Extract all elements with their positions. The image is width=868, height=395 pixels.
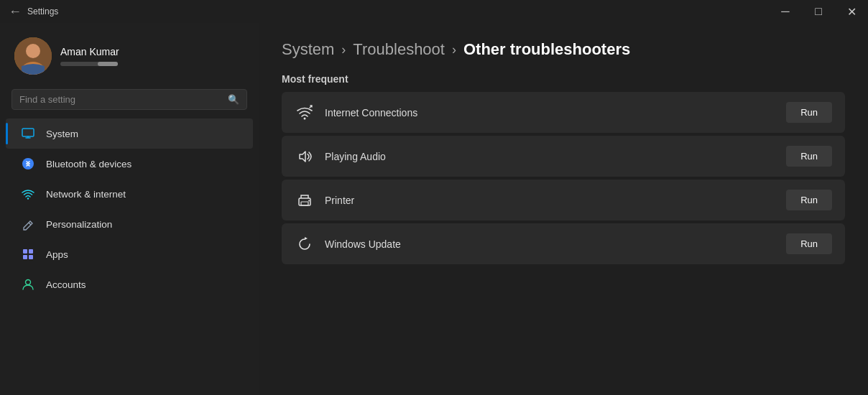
svg-rect-8 [23,255,27,259]
troubleshooter-audio: Playing Audio Run [282,136,845,177]
breadcrumb-other-troubleshooters: Other troubleshooters [463,40,630,59]
sidebar-item-accounts[interactable]: Accounts [6,269,253,299]
search-input[interactable] [19,94,222,105]
profile-progress-bar [60,62,118,66]
search-box: 🔍 [11,89,247,110]
profile-name: Aman Kumar [60,46,119,57]
audio-label: Playing Audio [325,151,386,162]
back-button[interactable]: ← [9,5,22,18]
troubleshooter-internet-left: Internet Connections [295,103,417,123]
update-label: Windows Update [325,238,401,250]
avatar-svg [14,37,52,75]
sidebar-item-bluetooth[interactable]: Bluetooth & devices [6,149,253,179]
printer-run-button[interactable]: Run [786,190,832,210]
bluetooth-icon [20,156,36,172]
sidebar-label-accounts: Accounts [46,279,86,290]
avatar [14,37,52,75]
svg-rect-7 [29,249,33,254]
network-icon [20,186,36,202]
titlebar-title: Settings [27,6,58,17]
svg-rect-6 [23,249,27,254]
svg-point-4 [22,158,34,169]
titlebar-left: ← Settings [9,5,58,18]
breadcrumb-system: System [282,40,334,59]
troubleshooter-printer: Printer Run [282,180,845,220]
personalization-icon [20,216,36,232]
avatar-image [14,37,52,75]
svg-point-14 [308,200,310,201]
update-run-button[interactable]: Run [786,233,832,254]
internet-label: Internet Connections [325,107,417,118]
audio-run-button[interactable]: Run [786,146,832,167]
breadcrumb-troubleshoot: Troubleshoot [353,40,445,59]
content-area: System › Troubleshoot › Other troublesho… [259,23,868,395]
breadcrumb-sep-2: › [452,42,456,57]
svg-rect-3 [22,129,34,136]
profile-info: Aman Kumar [60,46,119,66]
accounts-icon [20,276,36,292]
sidebar-label-network: Network & internet [46,189,126,200]
troubleshooter-update-left: Windows Update [295,234,401,254]
sidebar-item-network[interactable]: Network & internet [6,179,253,209]
minimize-button[interactable]: ─ [769,0,802,23]
app-body: Aman Kumar 🔍 System [0,23,868,395]
system-icon [20,126,36,141]
troubleshooter-internet: Internet Connections Run [282,92,845,133]
profile-section: Aman Kumar [0,23,259,86]
section-header: Most frequent [282,73,845,85]
search-icon: 🔍 [228,94,239,105]
svg-point-5 [27,198,29,199]
troubleshooter-list: Internet Connections Run Playing Audio [282,92,845,264]
troubleshooter-audio-left: Playing Audio [295,147,386,167]
audio-icon [295,147,315,167]
printer-label: Printer [325,195,354,206]
svg-rect-9 [29,255,33,259]
apps-icon [20,246,36,262]
titlebar: ← Settings ─ □ ✕ [0,0,868,23]
sidebar-item-personalization[interactable]: Personalization [6,209,253,239]
titlebar-controls: ─ □ ✕ [769,0,868,23]
svg-point-1 [26,44,40,58]
internet-icon [295,103,315,123]
search-container: 🔍 [0,86,259,118]
sidebar: Aman Kumar 🔍 System [0,23,259,395]
maximize-button[interactable]: □ [802,0,835,23]
close-button[interactable]: ✕ [835,0,868,23]
sidebar-label-apps: Apps [46,249,68,260]
windows-update-icon [295,234,315,254]
sidebar-item-system[interactable]: System [6,118,253,149]
sidebar-item-apps[interactable]: Apps [6,239,253,269]
troubleshooter-windows-update: Windows Update Run [282,223,845,264]
sidebar-label-personalization: Personalization [46,219,112,230]
printer-icon [295,190,315,210]
troubleshooter-printer-left: Printer [295,190,354,210]
svg-point-11 [304,117,306,119]
internet-run-button[interactable]: Run [786,102,832,123]
sidebar-label-bluetooth: Bluetooth & devices [46,159,131,169]
svg-point-10 [26,280,31,285]
breadcrumb: System › Troubleshoot › Other troublesho… [282,40,845,59]
breadcrumb-sep-1: › [341,42,346,57]
sidebar-label-system: System [46,129,78,139]
